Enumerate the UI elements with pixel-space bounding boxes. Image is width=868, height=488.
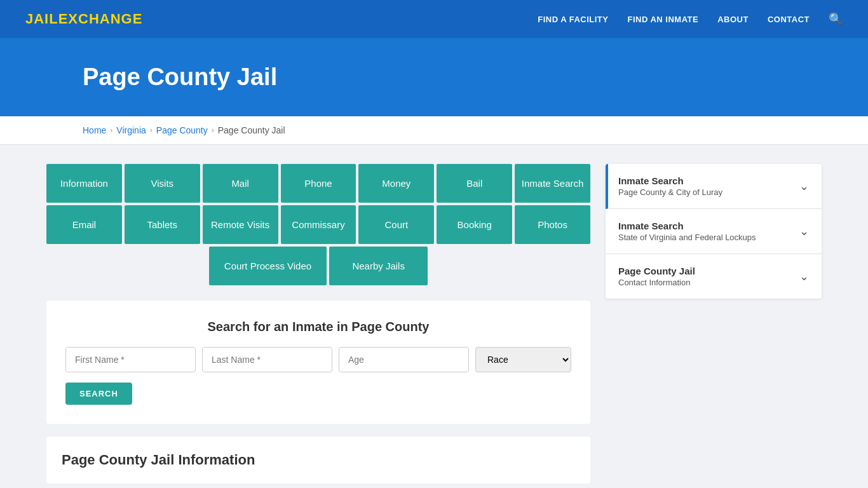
- btn-bail[interactable]: Bail: [437, 164, 512, 203]
- sidebar-item-1-title: Inmate Search: [618, 220, 756, 231]
- sidebar-item-0-subtitle: Page County & City of Luray: [618, 187, 722, 197]
- breadcrumb-sep-3: ›: [212, 126, 214, 135]
- btn-remote-visits[interactable]: Remote Visits: [203, 205, 278, 244]
- sidebar-item-inmate-search-state[interactable]: Inmate Search State of Virginia and Fede…: [606, 209, 822, 254]
- btn-mail[interactable]: Mail: [203, 164, 278, 203]
- button-grid-row1: Information Visits Mail Phone Money Bail…: [46, 164, 590, 203]
- button-grid-row2: Email Tablets Remote Visits Commissary C…: [46, 205, 590, 244]
- btn-email[interactable]: Email: [46, 205, 122, 244]
- breadcrumb-home[interactable]: Home: [83, 125, 106, 135]
- breadcrumb-virginia[interactable]: Virginia: [116, 125, 146, 135]
- left-content: Information Visits Mail Phone Money Bail…: [46, 164, 590, 484]
- info-title: Page County Jail Information: [62, 452, 575, 468]
- main-nav: FIND A FACILITY FIND AN INMATE ABOUT CON…: [538, 12, 843, 26]
- btn-court-process-video[interactable]: Court Process Video: [209, 247, 327, 285]
- chevron-down-icon-2: ⌄: [799, 269, 809, 283]
- btn-phone[interactable]: Phone: [281, 164, 356, 203]
- sidebar-item-0-title: Inmate Search: [618, 175, 722, 186]
- btn-booking[interactable]: Booking: [437, 205, 512, 244]
- main-container: Information Visits Mail Phone Money Bail…: [21, 164, 847, 484]
- search-button[interactable]: SEARCH: [65, 383, 132, 405]
- chevron-down-icon-0: ⌄: [799, 179, 809, 193]
- search-fields: Race: [65, 347, 571, 372]
- btn-nearby-jails[interactable]: Nearby Jails: [329, 247, 428, 285]
- age-input[interactable]: [339, 347, 469, 372]
- sidebar-item-2-subtitle: Contact Information: [618, 278, 695, 287]
- breadcrumb-current: Page County Jail: [218, 125, 285, 135]
- sidebar-item-contact-info[interactable]: Page County Jail Contact Information ⌄: [606, 254, 822, 299]
- btn-inmate-search[interactable]: Inmate Search: [515, 164, 590, 203]
- race-select[interactable]: Race: [475, 347, 571, 372]
- breadcrumb-sep-2: ›: [150, 126, 153, 135]
- sidebar-item-inmate-search-page[interactable]: Inmate Search Page County & City of Lura…: [606, 164, 822, 209]
- sidebar-card: Inmate Search Page County & City of Lura…: [606, 164, 822, 299]
- last-name-input[interactable]: [202, 347, 332, 372]
- breadcrumb-page-county[interactable]: Page County: [156, 125, 208, 135]
- nav-find-inmate[interactable]: FIND AN INMATE: [627, 15, 698, 24]
- nav-find-facility[interactable]: FIND A FACILITY: [538, 15, 608, 24]
- page-title: Page County Jail: [83, 64, 843, 91]
- btn-tablets[interactable]: Tablets: [125, 205, 200, 244]
- btn-visits[interactable]: Visits: [125, 164, 200, 203]
- btn-money[interactable]: Money: [358, 164, 434, 203]
- button-grid-row3: Court Process Video Nearby Jails: [46, 247, 590, 285]
- logo-jail: JAIL: [25, 11, 58, 27]
- sidebar-item-1-subtitle: State of Virginia and Federal Lockups: [618, 233, 756, 242]
- site-header: JAILEXCHANGE FIND A FACILITY FIND AN INM…: [0, 0, 868, 38]
- btn-court[interactable]: Court: [358, 205, 434, 244]
- chevron-down-icon-1: ⌄: [799, 224, 809, 238]
- site-logo[interactable]: JAILEXCHANGE: [25, 11, 142, 27]
- search-title: Search for an Inmate in Page County: [65, 320, 571, 334]
- hero-section: Page County Jail: [0, 38, 868, 116]
- logo-exchange: EXCHANGE: [58, 11, 143, 27]
- breadcrumb: Home › Virginia › Page County › Page Cou…: [0, 116, 868, 145]
- right-sidebar: Inmate Search Page County & City of Lura…: [606, 164, 822, 484]
- btn-photos[interactable]: Photos: [515, 205, 590, 244]
- btn-information[interactable]: Information: [46, 164, 122, 203]
- breadcrumb-sep-1: ›: [110, 126, 112, 135]
- first-name-input[interactable]: [65, 347, 196, 372]
- search-box: Search for an Inmate in Page County Race…: [46, 301, 590, 424]
- sidebar-item-2-title: Page County Jail: [618, 266, 695, 276]
- btn-commissary[interactable]: Commissary: [281, 205, 356, 244]
- nav-about[interactable]: ABOUT: [717, 15, 749, 24]
- search-icon[interactable]: 🔍: [829, 12, 843, 26]
- info-section: Page County Jail Information: [46, 437, 590, 484]
- nav-contact[interactable]: CONTACT: [768, 15, 810, 24]
